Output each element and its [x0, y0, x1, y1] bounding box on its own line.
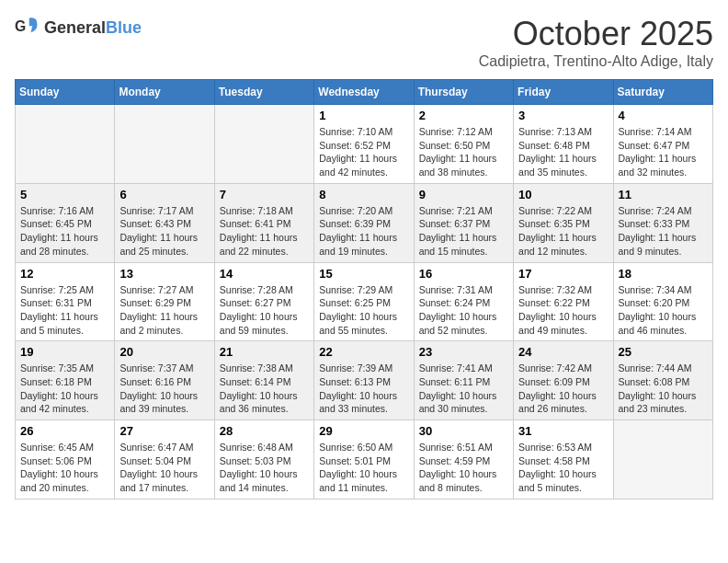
day-info: Sunrise: 7:20 AMSunset: 6:39 PMDaylight:… — [319, 204, 408, 259]
table-row — [613, 420, 712, 500]
header-friday: Friday — [514, 80, 613, 105]
table-row: 19Sunrise: 7:35 AMSunset: 6:18 PMDayligh… — [16, 341, 115, 420]
table-row: 3Sunrise: 7:13 AMSunset: 6:48 PMDaylight… — [514, 105, 613, 184]
header-saturday: Saturday — [613, 80, 712, 105]
day-info: Sunrise: 7:41 AMSunset: 6:11 PMDaylight:… — [419, 362, 508, 416]
table-row: 26Sunrise: 6:45 AMSunset: 5:06 PMDayligh… — [16, 420, 115, 500]
table-row: 9Sunrise: 7:21 AMSunset: 6:37 PMDaylight… — [414, 183, 513, 262]
calendar-week-row: 5Sunrise: 7:16 AMSunset: 6:45 PMDaylight… — [16, 183, 713, 262]
day-number: 27 — [119, 424, 209, 438]
day-info: Sunrise: 7:18 AMSunset: 6:41 PMDaylight:… — [220, 204, 309, 259]
table-row: 5Sunrise: 7:16 AMSunset: 6:45 PMDaylight… — [16, 183, 115, 262]
table-row: 30Sunrise: 6:51 AMSunset: 4:59 PMDayligh… — [414, 420, 513, 500]
table-row: 7Sunrise: 7:18 AMSunset: 6:41 PMDaylight… — [214, 183, 313, 262]
day-number: 3 — [518, 109, 608, 122]
table-row: 6Sunrise: 7:17 AMSunset: 6:43 PMDaylight… — [115, 183, 214, 262]
table-row: 23Sunrise: 7:41 AMSunset: 6:11 PMDayligh… — [414, 341, 513, 420]
day-info: Sunrise: 7:32 AMSunset: 6:22 PMDaylight:… — [518, 283, 608, 338]
day-info: Sunrise: 7:22 AMSunset: 6:35 PMDaylight:… — [518, 204, 608, 259]
table-row: 20Sunrise: 7:37 AMSunset: 6:16 PMDayligh… — [115, 341, 214, 420]
day-number: 8 — [319, 188, 408, 201]
day-number: 7 — [220, 188, 309, 201]
calendar-week-row: 12Sunrise: 7:25 AMSunset: 6:31 PMDayligh… — [16, 262, 713, 341]
day-info: Sunrise: 7:16 AMSunset: 6:45 PMDaylight:… — [20, 204, 109, 259]
weekday-header-row: Sunday Monday Tuesday Wednesday Thursday… — [16, 80, 713, 105]
table-row: 28Sunrise: 6:48 AMSunset: 5:03 PMDayligh… — [214, 420, 313, 500]
day-number: 4 — [619, 109, 708, 122]
day-info: Sunrise: 7:17 AMSunset: 6:43 PMDaylight:… — [119, 204, 209, 259]
day-info: Sunrise: 7:34 AMSunset: 6:20 PMDaylight:… — [619, 283, 708, 338]
day-number: 23 — [419, 345, 508, 359]
day-info: Sunrise: 7:24 AMSunset: 6:33 PMDaylight:… — [619, 204, 708, 259]
table-row: 4Sunrise: 7:14 AMSunset: 6:47 PMDaylight… — [613, 105, 712, 184]
day-info: Sunrise: 7:35 AMSunset: 6:18 PMDaylight:… — [20, 362, 109, 416]
day-info: Sunrise: 7:14 AMSunset: 6:47 PMDaylight:… — [619, 125, 708, 179]
day-info: Sunrise: 7:29 AMSunset: 6:25 PMDaylight:… — [319, 283, 408, 338]
calendar-table: Sunday Monday Tuesday Wednesday Thursday… — [15, 79, 713, 500]
table-row: 25Sunrise: 7:44 AMSunset: 6:08 PMDayligh… — [613, 341, 712, 420]
day-info: Sunrise: 7:38 AMSunset: 6:14 PMDaylight:… — [220, 362, 309, 416]
table-row: 11Sunrise: 7:24 AMSunset: 6:33 PMDayligh… — [613, 183, 712, 262]
day-info: Sunrise: 7:31 AMSunset: 6:24 PMDaylight:… — [419, 283, 508, 338]
calendar-week-row: 26Sunrise: 6:45 AMSunset: 5:06 PMDayligh… — [16, 420, 713, 500]
title-block: October 2025 Cadipietra, Trentino-Alto A… — [479, 15, 713, 70]
day-number: 15 — [319, 267, 408, 281]
calendar-week-row: 1Sunrise: 7:10 AMSunset: 6:52 PMDaylight… — [16, 105, 713, 184]
table-row: 31Sunrise: 6:53 AMSunset: 4:58 PMDayligh… — [514, 420, 613, 500]
day-info: Sunrise: 7:13 AMSunset: 6:48 PMDaylight:… — [518, 125, 608, 179]
day-info: Sunrise: 7:37 AMSunset: 6:16 PMDaylight:… — [119, 362, 209, 416]
header-wednesday: Wednesday — [314, 80, 414, 105]
day-info: Sunrise: 7:39 AMSunset: 6:13 PMDaylight:… — [319, 362, 408, 416]
day-info: Sunrise: 7:12 AMSunset: 6:50 PMDaylight:… — [419, 125, 508, 179]
day-number: 31 — [518, 424, 608, 438]
day-number: 22 — [319, 345, 408, 359]
table-row: 15Sunrise: 7:29 AMSunset: 6:25 PMDayligh… — [314, 262, 414, 341]
header-thursday: Thursday — [414, 80, 513, 105]
day-number: 16 — [419, 267, 508, 281]
table-row: 13Sunrise: 7:27 AMSunset: 6:29 PMDayligh… — [115, 262, 214, 341]
day-number: 2 — [419, 109, 508, 122]
day-info: Sunrise: 7:44 AMSunset: 6:08 PMDaylight:… — [619, 362, 708, 416]
day-number: 6 — [119, 188, 209, 201]
day-number: 10 — [518, 188, 608, 201]
day-info: Sunrise: 6:50 AMSunset: 5:01 PMDaylight:… — [319, 441, 408, 495]
day-number: 29 — [319, 424, 408, 438]
logo-text: GeneralBlue — [44, 18, 142, 38]
page-header: G GeneralBlue October 2025 Cadipietra, T… — [15, 15, 713, 70]
day-info: Sunrise: 7:27 AMSunset: 6:29 PMDaylight:… — [119, 283, 209, 338]
day-number: 19 — [20, 345, 109, 359]
logo-general: General — [44, 18, 106, 37]
day-number: 30 — [419, 424, 508, 438]
day-number: 1 — [319, 109, 408, 122]
table-row: 10Sunrise: 7:22 AMSunset: 6:35 PMDayligh… — [514, 183, 613, 262]
day-number: 24 — [518, 345, 608, 359]
day-number: 9 — [419, 188, 508, 201]
logo-blue: Blue — [106, 18, 142, 37]
day-info: Sunrise: 6:53 AMSunset: 4:58 PMDaylight:… — [518, 441, 608, 495]
day-info: Sunrise: 6:48 AMSunset: 5:03 PMDaylight:… — [220, 441, 309, 495]
day-info: Sunrise: 7:25 AMSunset: 6:31 PMDaylight:… — [20, 283, 109, 338]
logo-icon: G — [15, 15, 40, 40]
day-number: 17 — [518, 267, 608, 281]
day-number: 5 — [20, 188, 109, 201]
day-info: Sunrise: 6:51 AMSunset: 4:59 PMDaylight:… — [419, 441, 508, 495]
table-row — [16, 105, 115, 184]
month-title: October 2025 — [479, 15, 713, 53]
table-row: 16Sunrise: 7:31 AMSunset: 6:24 PMDayligh… — [414, 262, 513, 341]
table-row — [115, 105, 214, 184]
day-number: 26 — [20, 424, 109, 438]
table-row: 18Sunrise: 7:34 AMSunset: 6:20 PMDayligh… — [613, 262, 712, 341]
header-tuesday: Tuesday — [214, 80, 313, 105]
svg-text:G: G — [15, 18, 26, 34]
table-row: 21Sunrise: 7:38 AMSunset: 6:14 PMDayligh… — [214, 341, 313, 420]
header-sunday: Sunday — [16, 80, 115, 105]
day-info: Sunrise: 6:47 AMSunset: 5:04 PMDaylight:… — [119, 441, 209, 495]
table-row: 29Sunrise: 6:50 AMSunset: 5:01 PMDayligh… — [314, 420, 414, 500]
day-number: 11 — [619, 188, 708, 201]
day-info: Sunrise: 7:10 AMSunset: 6:52 PMDaylight:… — [319, 125, 408, 179]
table-row: 12Sunrise: 7:25 AMSunset: 6:31 PMDayligh… — [16, 262, 115, 341]
day-info: Sunrise: 7:42 AMSunset: 6:09 PMDaylight:… — [518, 362, 608, 416]
header-monday: Monday — [115, 80, 214, 105]
day-number: 25 — [619, 345, 708, 359]
logo: G GeneralBlue — [15, 15, 142, 40]
